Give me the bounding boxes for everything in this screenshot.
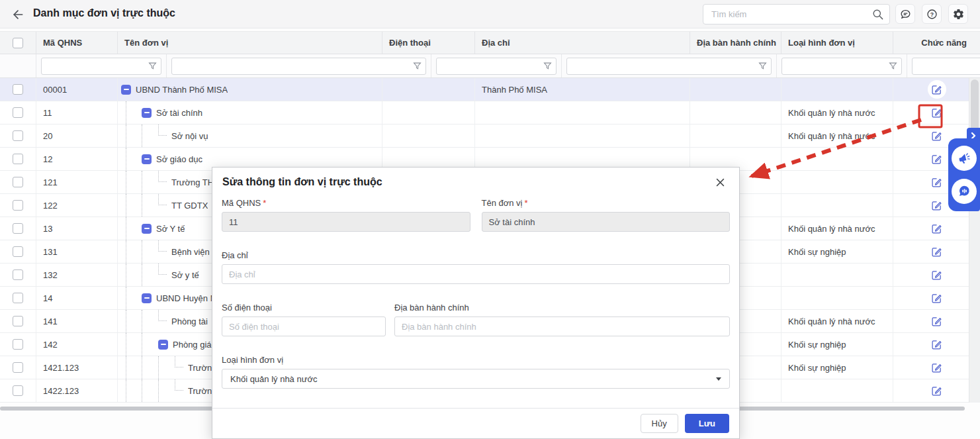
collapse-icon[interactable] [158,340,168,350]
filter-dia-chi-input[interactable] [570,62,758,71]
collapse-icon[interactable] [142,224,152,234]
cell-ten-don-vi: Sở tài chính [118,101,382,124]
edit-icon [931,107,942,119]
collapse-icon[interactable] [142,154,152,164]
filter-loai-hinh-input[interactable] [916,62,980,71]
filter-dien-thoai[interactable] [436,58,557,75]
cell-loai-hinh [781,287,893,309]
cell-dien-thoai [382,101,475,124]
announcement-button[interactable] [952,146,977,171]
edit-button[interactable] [928,266,946,284]
row-checkbox[interactable] [13,339,23,350]
cell-loai-hinh [781,78,893,101]
filter-row [0,54,980,78]
row-checkbox[interactable] [13,177,23,187]
chat-sound-icon [958,184,971,198]
row-checkbox[interactable] [13,107,23,118]
row-checkbox[interactable] [13,84,23,95]
edit-button[interactable] [928,126,946,145]
feedback-button[interactable] [895,4,915,24]
filter-dia-ban[interactable] [781,58,902,75]
modal-header: Sửa thông tin đơn vị trực thuộc [212,168,739,197]
settings-button[interactable] [948,4,968,24]
close-button[interactable] [711,173,729,191]
table-row[interactable]: 11 Sở tài chính Khối quản lý nhà nước [0,101,980,124]
cell-loai-hinh [781,171,893,193]
filter-ma-qhns[interactable] [41,58,161,75]
ma-qhns-field[interactable] [222,212,470,232]
row-checkbox[interactable] [13,293,23,303]
filter-funnel-icon[interactable] [888,61,898,71]
row-checkbox[interactable] [13,269,23,280]
loai-hinh-select[interactable]: Khối quản lý nhà nước [222,369,730,389]
table-row[interactable]: 20 Sở nội vụ Khối quản lý nhà nước [0,124,980,148]
row-checkbox[interactable] [13,154,23,164]
col-header-dia-ban[interactable]: Địa bàn hành chính [690,32,781,54]
unit-name: Bệnh viện [171,247,210,257]
help-button[interactable]: ? [922,4,942,24]
filter-ma-qhns-input[interactable] [45,62,148,71]
col-header-dia-chi[interactable]: Địa chỉ [475,32,690,54]
cell-ma-qhns: 142 [36,333,118,356]
filter-dia-chi[interactable] [566,58,772,75]
collapse-icon[interactable] [142,293,152,303]
loai-hinh-selected-value: Khối quản lý nhà nước [230,374,317,384]
edit-button[interactable] [928,242,946,261]
row-checkbox[interactable] [13,130,23,141]
cell-ma-qhns: 00001 [36,78,118,101]
row-checkbox[interactable] [13,223,23,234]
edit-button[interactable] [928,219,946,238]
col-header-loai-hinh[interactable]: Loại hình đơn vị [781,32,893,54]
col-header-dien-thoai[interactable]: Điện thoại [382,32,475,54]
search-icon[interactable] [871,8,884,21]
edit-button[interactable] [928,80,946,99]
col-header-ten-don-vi[interactable]: Tên đơn vị [118,32,382,54]
filter-dien-thoai-input[interactable] [440,62,543,71]
filter-funnel-icon[interactable] [758,61,768,71]
row-checkbox[interactable] [13,316,23,326]
dia-ban-field[interactable] [394,317,730,336]
edit-button[interactable] [928,196,946,215]
table-row[interactable]: 00001 UBND Thành Phố MISA Thành Phố MISA [0,78,980,101]
edit-button[interactable] [928,312,946,330]
edit-button[interactable] [928,289,946,307]
col-header-ma-qhns[interactable]: Mã QHNS [36,32,118,54]
cell-loai-hinh: Khối sự nghiệp [781,333,893,356]
modal-footer: Hủy Lưu [212,408,739,438]
edit-button[interactable] [928,150,946,168]
row-checkbox[interactable] [13,246,23,257]
tree-guide [126,264,142,286]
filter-funnel-icon[interactable] [148,61,157,71]
edit-button[interactable] [928,381,946,400]
back-button[interactable] [9,6,26,23]
collapse-icon[interactable] [142,108,152,118]
filter-ten-don-vi-input[interactable] [175,62,412,71]
vertical-scrollbar[interactable] [969,78,980,403]
edit-icon [931,293,942,304]
filter-funnel-icon[interactable] [543,61,553,71]
dia-chi-field[interactable] [222,264,730,284]
collapse-icon[interactable] [121,85,131,95]
search-box[interactable] [703,4,890,24]
search-input[interactable] [711,9,871,19]
save-button[interactable]: Lưu [685,414,729,433]
filter-funnel-icon[interactable] [412,61,422,71]
cancel-button[interactable]: Hủy [641,414,678,433]
select-all-checkbox[interactable] [13,38,23,48]
filter-dia-ban-input[interactable] [785,62,888,71]
row-checkbox[interactable] [13,385,23,396]
row-checkbox[interactable] [13,362,23,373]
required-mark: * [263,198,266,208]
edit-button[interactable] [928,173,946,191]
ten-don-vi-field[interactable] [482,212,731,232]
row-checkbox[interactable] [13,200,23,211]
cell-loai-hinh: Khối sự nghiệp [781,240,893,263]
cell-dia-chi [475,101,690,124]
filter-loai-hinh-select[interactable] [912,58,980,75]
edit-button[interactable] [928,103,946,122]
edit-button[interactable] [928,335,946,354]
edit-button[interactable] [928,358,946,377]
filter-ten-don-vi[interactable] [171,58,426,75]
so-dien-thoai-field[interactable] [222,317,386,336]
support-chat-button[interactable] [952,179,977,204]
